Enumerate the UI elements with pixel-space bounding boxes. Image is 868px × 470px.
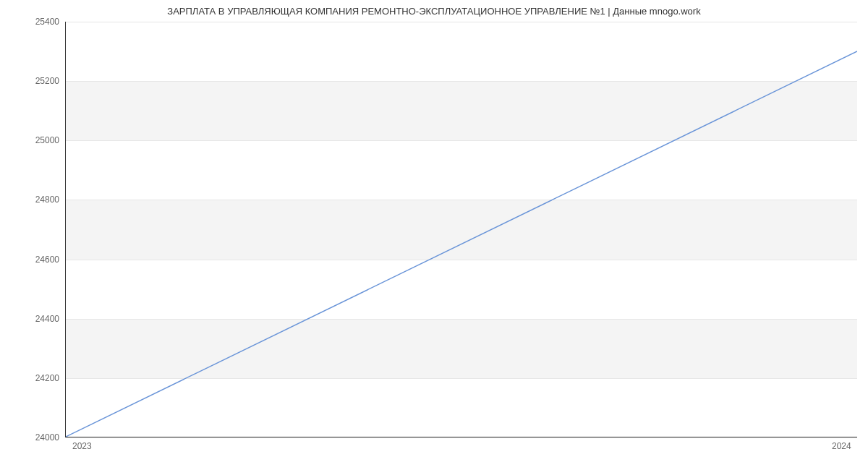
- gridline: [66, 81, 857, 82]
- ytick-label: 24000: [16, 432, 59, 443]
- ytick-label: 25400: [16, 17, 59, 27]
- gridline: [66, 140, 857, 141]
- ytick-label: 24400: [16, 314, 59, 324]
- ytick-label: 24800: [16, 195, 59, 205]
- ytick-label: 24200: [16, 373, 59, 383]
- xtick-label: 2023: [72, 441, 92, 451]
- gridline: [66, 260, 857, 260]
- xtick-label: 2024: [832, 441, 851, 451]
- gridline: [66, 378, 857, 379]
- chart-title: ЗАРПЛАТА В УПРАВЛЯЮЩАЯ КОМПАНИЯ РЕМОНТНО…: [0, 6, 868, 17]
- gridline: [66, 200, 857, 200]
- ytick-label: 25200: [16, 76, 59, 86]
- gridline: [66, 437, 857, 438]
- grid-band: [66, 319, 857, 378]
- grid-band: [66, 81, 857, 140]
- gridline: [66, 22, 857, 22]
- gridline: [66, 319, 857, 320]
- ytick-label: 24600: [16, 255, 59, 265]
- grid-band: [66, 200, 857, 259]
- plot-area: [65, 22, 857, 437]
- ytick-label: 25000: [16, 135, 59, 145]
